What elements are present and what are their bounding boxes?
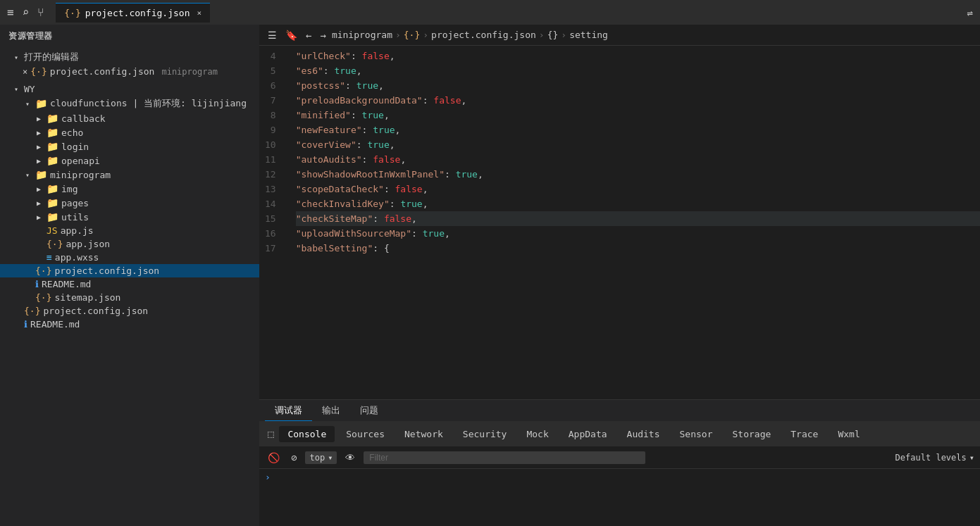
chevron-icon: ▶ xyxy=(34,213,44,221)
console-output: › xyxy=(259,469,980,526)
code-line-17: "babelSetting": { xyxy=(296,241,980,256)
chevron-icon: ▾ xyxy=(11,54,21,61)
panel-tab-problems[interactable]: 问题 xyxy=(350,400,388,421)
devtools-tab-audits[interactable]: Audits xyxy=(619,426,669,442)
code-line-7: "preloadBackgroundData": false, xyxy=(296,93,980,108)
code-editor: 4 5 6 7 8 9 10 11 12 13 14 15 16 17 "url… xyxy=(259,46,980,399)
main-layout: 资源管理器 ▾ 打开的编辑器 × {·} project.config.json… xyxy=(0,25,980,526)
devtools-tab-storage[interactable]: Storage xyxy=(724,426,780,442)
default-levels-dropdown[interactable]: Default levels ▾ xyxy=(895,453,974,463)
bottom-panel: 调试器 输出 问题 ⬚ Console Sources Network Secu… xyxy=(259,399,980,526)
tab-area: {·} project.config.json × xyxy=(56,3,961,23)
root-folder[interactable]: ▾ WY xyxy=(0,82,259,96)
open-editors-section: ▾ 打开的编辑器 × {·} project.config.json minip… xyxy=(0,48,259,80)
sidebar-item-callback[interactable]: ▶ 📁 callback xyxy=(0,111,259,125)
console-prompt[interactable]: › xyxy=(265,472,271,482)
devtools-tab-network[interactable]: Network xyxy=(396,426,452,442)
breadcrumb-bar: ☰ 🔖 ← → miniprogram › {·} › project.conf… xyxy=(259,25,980,46)
openapi-label: openapi xyxy=(61,156,100,166)
panel-tab-debugger[interactable]: 调试器 xyxy=(265,400,312,421)
panel-tabs: 调试器 输出 问题 xyxy=(259,400,980,421)
clear-console-button[interactable]: 🚫 xyxy=(265,451,283,465)
code-line-16: "uploadWithSourceMap": true, xyxy=(296,226,980,241)
devtools-tab-sources[interactable]: Sources xyxy=(337,426,393,442)
tab-close-button[interactable]: × xyxy=(197,8,201,18)
context-selector[interactable]: top ▾ xyxy=(305,451,337,464)
default-levels-chevron: ▾ xyxy=(969,453,974,463)
breadcrumb-bookmark-icon[interactable]: 🔖 xyxy=(283,28,300,42)
chevron-icon: ▶ xyxy=(34,199,44,207)
menu-icon[interactable]: ≡ xyxy=(7,6,14,19)
open-editors-label: 打开的编辑器 xyxy=(24,51,79,63)
devtools-tab-trace[interactable]: Trace xyxy=(782,426,826,442)
sidebar-item-appwxss[interactable]: ≡ app.wxss xyxy=(0,251,259,264)
wxss-icon: ≡ xyxy=(46,252,52,263)
sidebar-item-appjs[interactable]: JS app.js xyxy=(0,224,259,237)
breadcrumb-sep4: › xyxy=(561,30,566,40)
title-bar-icons: ≡ ⌕ ⑂ xyxy=(7,6,44,19)
breadcrumb-setting[interactable]: setting xyxy=(569,30,608,40)
sidebar-item-pages[interactable]: ▶ 📁 pages xyxy=(0,196,259,210)
breadcrumb-forward-button[interactable]: → xyxy=(317,28,328,42)
breadcrumb-back-button[interactable]: ← xyxy=(303,28,314,42)
sidebar-item-login[interactable]: ▶ 📁 login xyxy=(0,139,259,154)
eye-icon[interactable]: 👁 xyxy=(342,451,358,465)
folder-icon: 📁 xyxy=(46,127,58,138)
sidebar-item-root-project-config[interactable]: {·} project.config.json xyxy=(0,304,259,318)
chevron-icon: ▶ xyxy=(34,157,44,165)
code-line-8: "minified": true, xyxy=(296,108,980,123)
folder-icon: 📁 xyxy=(35,169,47,180)
devtools-tab-sensor[interactable]: Sensor xyxy=(671,426,721,442)
folder-utils-icon: 📁 xyxy=(46,211,58,223)
chevron-icon: ▶ xyxy=(34,129,44,137)
breadcrumb-filename[interactable]: project.config.json xyxy=(431,30,536,40)
collapse-editor-button[interactable]: ⇌ xyxy=(967,7,973,18)
json-icon: {·} xyxy=(24,306,40,316)
callback-label: callback xyxy=(61,113,106,124)
devtools-tabs: ⬚ Console Sources Network Security Mock … xyxy=(259,421,980,446)
root-label: WY xyxy=(24,84,35,94)
devtools-tab-appdata[interactable]: AppData xyxy=(560,426,616,442)
breadcrumb-braces[interactable]: {} xyxy=(547,30,559,40)
sidebar-item-openapi[interactable]: ▶ 📁 openapi xyxy=(0,154,259,168)
filter-toggle-icon[interactable]: ⊘ xyxy=(288,451,299,465)
breadcrumb-list-icon[interactable]: ☰ xyxy=(265,28,280,42)
sidebar-item-readme[interactable]: ℹ README.md xyxy=(0,277,259,291)
sidebar-item-project-config[interactable]: {·} project.config.json xyxy=(0,264,259,277)
panel-tab-output[interactable]: 输出 xyxy=(312,400,350,421)
open-editor-item[interactable]: × {·} project.config.json miniprogram xyxy=(0,65,259,78)
pages-label: pages xyxy=(61,198,89,208)
devtools-tab-console[interactable]: Console xyxy=(279,426,335,442)
json-icon: {·} xyxy=(46,239,63,249)
open-editors-title[interactable]: ▾ 打开的编辑器 xyxy=(0,49,259,65)
devtools-tab-wxml[interactable]: Wxml xyxy=(829,426,868,442)
devtools-cursor-icon[interactable]: ⬚ xyxy=(265,427,276,441)
code-line-14: "checkInvalidKey": true, xyxy=(296,196,980,211)
breadcrumb-miniprogram[interactable]: miniprogram xyxy=(332,30,392,40)
file-icon-json: {·} xyxy=(30,66,46,77)
devtools-tab-mock[interactable]: Mock xyxy=(518,426,557,442)
search-icon[interactable]: ⌕ xyxy=(23,6,30,19)
sidebar-item-img[interactable]: ▶ 📁 img xyxy=(0,182,259,196)
sidebar-item-echo[interactable]: ▶ 📁 echo xyxy=(0,125,259,139)
editor-tab[interactable]: {·} project.config.json × xyxy=(56,3,210,23)
close-icon: × xyxy=(23,67,27,77)
open-file-label: project.config.json xyxy=(50,66,155,77)
folder-icon: 📁 xyxy=(46,141,58,152)
breadcrumb-json-icon[interactable]: {·} xyxy=(404,30,420,40)
readme-label: README.md xyxy=(42,279,91,289)
sidebar-item-root-readme[interactable]: ℹ README.md xyxy=(0,318,259,331)
open-file-path: miniprogram xyxy=(161,67,217,77)
sidebar-item-miniprogram[interactable]: ▾ 📁 miniprogram xyxy=(0,168,259,182)
sidebar-item-sitemap[interactable]: {·} sitemap.json xyxy=(0,291,259,304)
chevron-icon: ▾ xyxy=(11,85,21,93)
source-control-icon[interactable]: ⑂ xyxy=(37,6,44,19)
sidebar-item-utils[interactable]: ▶ 📁 utils xyxy=(0,210,259,224)
sitemap-label: sitemap.json xyxy=(54,292,120,303)
editor-area: ☰ 🔖 ← → miniprogram › {·} › project.conf… xyxy=(259,25,980,526)
devtools-tab-security[interactable]: Security xyxy=(454,426,516,442)
project-config-label: project.config.json xyxy=(54,265,159,276)
sidebar-item-appjson[interactable]: {·} app.json xyxy=(0,237,259,251)
console-filter-input[interactable] xyxy=(364,451,645,464)
sidebar-item-cloudfunctions[interactable]: ▾ 📁 cloudfunctions | 当前环境: lijinjiang xyxy=(0,96,259,111)
